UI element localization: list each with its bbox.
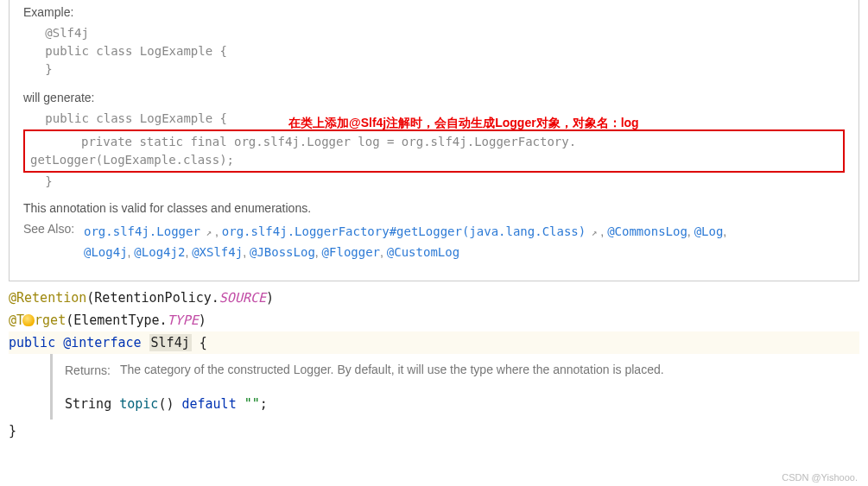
annotation-note: 在类上添加@Slf4j注解时，会自动生成Logger对象，对象名：log bbox=[288, 116, 639, 131]
javadoc-panel: Example: @Slf4j public class LogExample … bbox=[9, 0, 859, 281]
closing-brace: } bbox=[9, 420, 859, 442]
link-jbosslog[interactable]: @JBossLog bbox=[250, 245, 315, 259]
link-commonslog[interactable]: @CommonsLog bbox=[607, 224, 687, 238]
topic-method: String topic() default ""; bbox=[65, 380, 847, 420]
class-name-slf4j: Slf4j bbox=[149, 334, 192, 351]
see-also-section: See Also: org.slf4j.Logger , org.slf4j.L… bbox=[23, 222, 845, 263]
link-logger[interactable]: org.slf4j.Logger bbox=[84, 224, 212, 238]
lightbulb-icon[interactable] bbox=[22, 314, 35, 326]
link-flogger[interactable]: @Flogger bbox=[322, 245, 380, 259]
link-log4j2[interactable]: @Log4j2 bbox=[134, 245, 185, 259]
see-also-label: See Also: bbox=[23, 222, 84, 236]
returns-label: Returns: bbox=[65, 361, 120, 380]
example-label: Example: bbox=[23, 5, 845, 19]
link-customlog[interactable]: @CustomLog bbox=[387, 245, 459, 259]
target-line: @Trget(ElementType.TYPE) bbox=[9, 309, 859, 331]
highlighted-generated-code: 在类上添加@Slf4j注解时，会自动生成Logger对象，对象名：log pri… bbox=[23, 129, 845, 173]
link-log[interactable]: @Log bbox=[694, 224, 724, 238]
example-code: @Slf4j public class LogExample { } bbox=[23, 24, 845, 79]
declaration-line: public @interface Slf4j { bbox=[9, 331, 859, 354]
link-log4j[interactable]: @Log4j bbox=[84, 245, 128, 259]
generate-label: will generate: bbox=[23, 91, 845, 104]
returns-doc: Returns: The category of the constructed… bbox=[50, 354, 859, 420]
retention-annotation: @Retention bbox=[9, 290, 86, 306]
code-editor[interactable]: @Retention(RetentionPolicy.SOURCE) @Trge… bbox=[0, 281, 868, 442]
watermark: CSDN @Yishooo. bbox=[782, 472, 858, 483]
link-xslf4j[interactable]: @XSlf4j bbox=[192, 245, 243, 259]
returns-text: The category of the constructed Logger. … bbox=[120, 361, 847, 380]
generate-line3: } bbox=[23, 173, 845, 191]
link-factory[interactable]: org.slf4j.LoggerFactory#getLogger(java.l… bbox=[222, 224, 598, 238]
retention-line: @Retention(RetentionPolicy.SOURCE) bbox=[9, 287, 859, 309]
valid-text: This annotation is valid for classes and… bbox=[23, 201, 845, 215]
